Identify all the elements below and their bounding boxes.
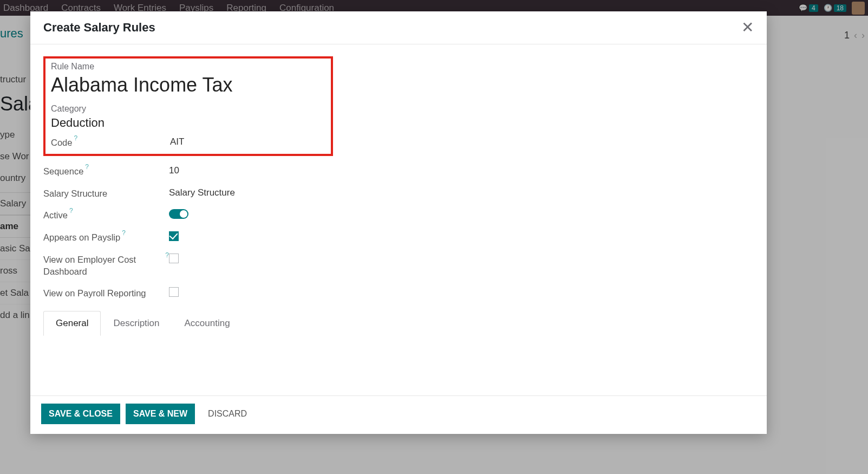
- save-close-button[interactable]: SAVE & CLOSE: [41, 404, 120, 424]
- discard-button[interactable]: DISCARD: [200, 404, 254, 424]
- sequence-label: Sequence: [43, 165, 83, 177]
- create-salary-rules-modal: Create Salary Rules ✕ Rule Name Alabama …: [30, 11, 767, 434]
- help-icon[interactable]: ?: [85, 163, 89, 171]
- active-toggle[interactable]: [169, 209, 188, 219]
- tab-accounting[interactable]: Accounting: [172, 311, 243, 336]
- tab-description[interactable]: Description: [101, 311, 172, 336]
- payroll-reporting-label: View on Payroll Reporting: [43, 287, 146, 299]
- payroll-reporting-checkbox[interactable]: [169, 287, 179, 297]
- highlight-box: Rule Name Alabama Income Tax Category De…: [43, 56, 333, 156]
- tabs: General Description Accounting: [43, 311, 743, 336]
- modal-title: Create Salary Rules: [43, 21, 155, 35]
- save-new-button[interactable]: SAVE & NEW: [126, 404, 195, 424]
- help-icon[interactable]: ?: [165, 251, 169, 259]
- rule-name-input[interactable]: Alabama Income Tax: [51, 74, 325, 96]
- help-icon[interactable]: ?: [74, 134, 77, 142]
- help-icon[interactable]: ?: [122, 229, 126, 237]
- category-input[interactable]: Deduction: [51, 116, 325, 130]
- salary-structure-input[interactable]: Salary Structure: [169, 187, 235, 198]
- tab-general[interactable]: General: [43, 311, 101, 336]
- employer-cost-label: View on Employer Cost Dashboard: [43, 254, 164, 278]
- code-input[interactable]: AIT: [170, 137, 184, 147]
- salary-structure-label: Salary Structure: [43, 187, 107, 199]
- code-label: Code: [51, 137, 72, 148]
- active-label: Active: [43, 209, 68, 221]
- appears-on-payslip-checkbox[interactable]: [169, 231, 179, 241]
- modal-body: Rule Name Alabama Income Tax Category De…: [30, 44, 767, 395]
- modal-header: Create Salary Rules ✕: [30, 11, 767, 44]
- help-icon[interactable]: ?: [69, 206, 73, 215]
- modal-footer: SAVE & CLOSE SAVE & NEW DISCARD: [30, 395, 767, 434]
- rule-name-label: Rule Name: [51, 62, 325, 72]
- category-label: Category: [51, 104, 325, 114]
- employer-cost-checkbox[interactable]: [169, 254, 179, 263]
- appears-on-payslip-label: Appears on Payslip: [43, 231, 120, 243]
- sequence-input[interactable]: 10: [169, 165, 179, 176]
- close-icon[interactable]: ✕: [741, 20, 754, 35]
